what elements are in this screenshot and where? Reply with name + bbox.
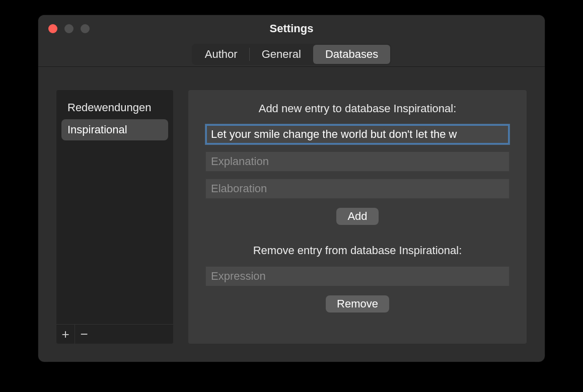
elaboration-input[interactable] (205, 179, 509, 199)
sidebar-item-inspirational[interactable]: Inspirational (61, 119, 168, 140)
plus-icon: + (61, 327, 69, 342)
add-entry-button[interactable]: Add (336, 208, 378, 225)
window-title: Settings (38, 22, 545, 35)
add-entry-heading: Add new entry to database Inspirational: (205, 102, 509, 115)
remove-database-button[interactable]: − (75, 325, 93, 344)
expression-input[interactable] (205, 266, 509, 286)
tab-author[interactable]: Author (193, 45, 250, 64)
settings-window: Settings Author General Databases Redewe… (38, 15, 545, 362)
zoom-window-button[interactable] (81, 24, 90, 33)
tab-bar: Author General Databases (38, 42, 545, 67)
titlebar: Settings (38, 15, 545, 42)
section-gap (205, 227, 509, 244)
add-database-button[interactable]: + (56, 325, 75, 344)
database-list: Redewendungen Inspirational (56, 90, 173, 324)
explanation-input[interactable] (205, 151, 509, 172)
entry-text-input[interactable] (205, 124, 509, 144)
add-button-row: Add (205, 208, 509, 225)
traffic-lights (48, 24, 90, 33)
tab-general[interactable]: General (250, 45, 313, 64)
tab-group: Author General Databases (192, 44, 391, 65)
minimize-window-button[interactable] (64, 24, 74, 33)
sidebar-item-redewendungen[interactable]: Redewendungen (61, 97, 168, 118)
tab-databases[interactable]: Databases (313, 45, 390, 64)
remove-button-row: Remove (205, 295, 509, 312)
content-area: Redewendungen Inspirational + − Add new … (38, 67, 545, 362)
database-sidebar: Redewendungen Inspirational + − (56, 90, 173, 344)
sidebar-footer: + − (56, 324, 173, 344)
database-panel: Add new entry to database Inspirational:… (188, 90, 527, 344)
close-window-button[interactable] (48, 24, 57, 33)
remove-entry-heading: Remove entry from database Inspirational… (205, 244, 509, 257)
minus-icon: − (80, 327, 88, 342)
remove-entry-button[interactable]: Remove (326, 295, 389, 312)
